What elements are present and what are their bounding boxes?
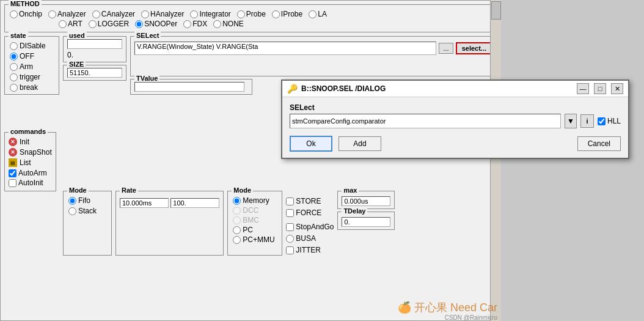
method-iprobe[interactable]: IProbe	[272, 10, 302, 18]
dialog: 🔑 B::SNOOP.SEL /DIALOG — □ ✕ SELect ▼ i …	[281, 79, 629, 159]
size-group: SIZE	[63, 65, 126, 81]
dialog-cancel-button[interactable]: Cancel	[577, 136, 621, 151]
dialog-select-label: SELect	[290, 103, 621, 112]
autoinit-check[interactable]: AutoInit	[9, 179, 52, 187]
max-group: max	[337, 191, 395, 209]
method-snooper[interactable]: SNOOPer	[135, 20, 177, 28]
mode1-group: Mode Fifo Stack	[63, 191, 112, 256]
scrollbar[interactable]	[490, 0, 501, 321]
hll-label: HLL	[607, 117, 621, 125]
method-la[interactable]: LA	[309, 10, 327, 18]
mode2-pcmmu[interactable]: PC+MMU	[233, 235, 277, 244]
snapshot-icon: ✕	[9, 148, 17, 157]
size-input[interactable]	[67, 68, 122, 78]
watermark-sub: CSDN @Rainmicro	[445, 314, 497, 321]
snapshot-button[interactable]: ✕ SnapShot	[9, 148, 52, 157]
mode1-stack[interactable]: Stack	[68, 207, 106, 215]
rate-value1[interactable]	[120, 198, 169, 208]
list-button[interactable]: ▤ List	[9, 158, 52, 167]
init-button[interactable]: ✕ Init	[9, 138, 52, 146]
method-analyzer[interactable]: Analyzer	[48, 10, 86, 18]
tvalue-input[interactable]	[134, 82, 244, 92]
state-group: state DISable OFF Arm trigger break	[4, 36, 59, 95]
method-onchip[interactable]: Onchip	[10, 10, 42, 18]
state-trigger[interactable]: trigger	[10, 73, 54, 81]
max-label: max	[342, 186, 359, 194]
init-icon: ✕	[9, 138, 17, 146]
select-label: SELect	[134, 32, 161, 39]
mode2-pc[interactable]: PC	[233, 226, 277, 234]
rate-value2[interactable]	[170, 198, 219, 208]
right-panel	[501, 0, 644, 321]
method-art[interactable]: ART	[59, 20, 82, 28]
select-group: SELect V.RANGE(Window_State) V.RANGE(Sta…	[130, 36, 497, 76]
dialog-select-row: ▼ i HLL	[290, 114, 621, 128]
rate-group: Rate	[115, 191, 224, 256]
dialog-icon: 🔑	[287, 84, 298, 94]
used-input[interactable]	[67, 39, 122, 49]
select-button[interactable]: select...	[456, 42, 492, 54]
method-hanalyzer[interactable]: HAnalyzer	[141, 10, 184, 18]
state-break[interactable]: break	[10, 83, 54, 92]
size-label: SIZE	[67, 61, 86, 68]
dialog-combo-arrow[interactable]: ▼	[565, 114, 577, 128]
mode2-memory[interactable]: Memory	[233, 196, 277, 205]
rate-label: Rate	[120, 186, 138, 194]
list-icon: ▤	[9, 158, 17, 167]
tdelay-input[interactable]	[342, 217, 390, 227]
mid-row: Mode Fifo Stack Rate Mode	[4, 191, 499, 256]
stopandgo-check[interactable]: StopAndGo	[286, 223, 334, 231]
autoarm-check[interactable]: AutoArm	[9, 169, 52, 177]
mode2-dcc[interactable]: DCC	[233, 206, 277, 215]
method-row2: ART LOGGER SNOOPer FDX NONE	[10, 20, 491, 28]
method-probe[interactable]: Probe	[237, 10, 266, 18]
method-integrator[interactable]: Integrator	[190, 10, 230, 18]
max-input[interactable]	[342, 196, 390, 206]
state-off[interactable]: OFF	[10, 52, 54, 61]
method-label: METHOD	[9, 0, 42, 7]
jitter-check[interactable]: JITTER	[286, 246, 334, 254]
tdelay-label-el: TDelay	[342, 207, 367, 215]
jitter-label: JITTER	[296, 246, 321, 254]
method-logger[interactable]: LOGGER	[89, 20, 129, 28]
select-value[interactable]: V.RANGE(Window_State) V.RANGE(Sta	[134, 42, 436, 55]
checks-col: STORE FORCE StopAndGo BUSA JITTER	[286, 191, 334, 256]
dialog-select-input[interactable]	[290, 114, 561, 128]
tdelay-group: TDelay	[337, 212, 395, 230]
dialog-info-button[interactable]: i	[580, 114, 594, 128]
used-size-col: used 0. SIZE	[63, 36, 126, 95]
dialog-ok-button[interactable]: Ok	[290, 136, 332, 152]
dialog-add-button[interactable]: Add	[338, 136, 381, 151]
state-disable[interactable]: DISable	[10, 42, 54, 50]
max-tdelay-col: max TDelay	[337, 191, 395, 256]
force-label: FORCE	[296, 208, 321, 217]
commands-area: commands ✕ Init ✕ SnapShot ▤ List AutoAr…	[4, 132, 56, 191]
force-check[interactable]: FORCE	[286, 208, 334, 217]
mode2-label: Mode	[232, 186, 253, 194]
stopandgo-label: StopAndGo	[296, 223, 334, 231]
method-none[interactable]: NONE	[213, 20, 244, 28]
scrollbar-thumb[interactable]	[491, 1, 501, 20]
dialog-btn-row: Ok Add Cancel	[290, 136, 621, 152]
used-label: used	[67, 32, 87, 39]
state-arm[interactable]: Arm	[10, 62, 54, 71]
dialog-restore-button[interactable]: □	[594, 83, 606, 94]
method-canalyzer[interactable]: CAnalyzer	[92, 10, 135, 18]
init-label: Init	[20, 138, 29, 146]
list-label: List	[20, 158, 31, 167]
snapshot-label: SnapShot	[20, 148, 52, 157]
dialog-body: SELect ▼ i HLL Ok Add Cancel	[282, 97, 628, 158]
method-fdx[interactable]: FDX	[183, 20, 207, 28]
store-check[interactable]: STORE	[286, 197, 334, 205]
dialog-minimize-button[interactable]: —	[577, 83, 589, 94]
autoinit-label: AutoInit	[18, 179, 43, 187]
dialog-close-button[interactable]: ✕	[611, 83, 623, 94]
mode1-fifo[interactable]: Fifo	[68, 196, 106, 205]
hll-check[interactable]: HLL	[598, 117, 621, 125]
select-row: V.RANGE(Window_State) V.RANGE(Sta ... se…	[134, 42, 492, 55]
select-dots-button[interactable]: ...	[439, 43, 453, 54]
busa-check[interactable]: BUSA	[286, 234, 334, 243]
state-label: state	[9, 32, 28, 39]
store-label: STORE	[296, 197, 321, 205]
mode2-bmc[interactable]: BMC	[233, 216, 277, 224]
